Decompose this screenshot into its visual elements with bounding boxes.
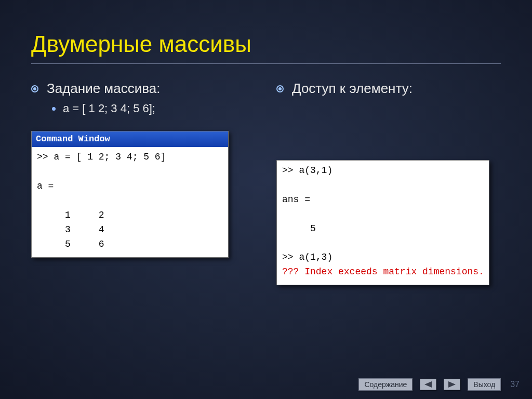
command-window-left-content: >> a = [ 1 2; 3 4; 5 6] a = 1 2 3 4 5 6 bbox=[32, 147, 228, 257]
terminal-output-text: >> a(3,1) ans = 5 >> a(1,3) bbox=[282, 165, 332, 262]
svg-marker-1 bbox=[448, 381, 456, 388]
terminal-error-text: ??? Index exceeds matrix dimensions. bbox=[282, 267, 484, 277]
next-button[interactable] bbox=[444, 379, 460, 390]
exit-button[interactable]: Выход bbox=[468, 378, 501, 391]
target-bullet-icon bbox=[276, 85, 284, 92]
prev-button[interactable] bbox=[420, 379, 436, 390]
command-window-left: Command Window >> a = [ 1 2; 3 4; 5 6] a… bbox=[31, 131, 229, 258]
right-heading-text: Доступ к элементу: bbox=[292, 81, 413, 97]
slide: Двумерные массивы Задание массива: a = [… bbox=[0, 0, 532, 399]
command-window-right: >> a(3,1) ans = 5 >> a(1,3) ??? Index ex… bbox=[276, 160, 489, 285]
arrow-right-icon bbox=[448, 381, 456, 388]
left-column: Задание массива: a = [ 1 2; 3 4; 5 6]; C… bbox=[31, 81, 256, 285]
content-columns: Задание массива: a = [ 1 2; 3 4; 5 6]; C… bbox=[31, 81, 501, 285]
command-window-right-content: >> a(3,1) ans = 5 >> a(1,3) ??? Index ex… bbox=[277, 161, 489, 285]
title-underline bbox=[31, 63, 501, 64]
contents-button[interactable]: Содержание bbox=[358, 378, 413, 391]
left-code-example: a = [ 1 2; 3 4; 5 6]; bbox=[63, 102, 155, 115]
left-heading-text: Задание массива: bbox=[47, 81, 160, 97]
left-subbullet: a = [ 1 2; 3 4; 5 6]; bbox=[52, 102, 256, 115]
left-heading-bullet: Задание массива: bbox=[31, 81, 256, 97]
right-column: Доступ к элементу: >> a(3,1) ans = 5 >> … bbox=[276, 81, 501, 285]
arrow-left-icon bbox=[424, 381, 432, 388]
slide-title: Двумерные массивы bbox=[31, 31, 501, 57]
right-heading-bullet: Доступ к элементу: bbox=[276, 81, 501, 97]
page-number: 37 bbox=[510, 380, 520, 389]
footer-nav: Содержание Выход 37 bbox=[358, 378, 520, 391]
target-bullet-icon bbox=[31, 85, 38, 92]
disc-bullet-icon bbox=[52, 107, 56, 111]
svg-marker-0 bbox=[424, 381, 432, 388]
command-window-titlebar: Command Window bbox=[32, 131, 228, 147]
